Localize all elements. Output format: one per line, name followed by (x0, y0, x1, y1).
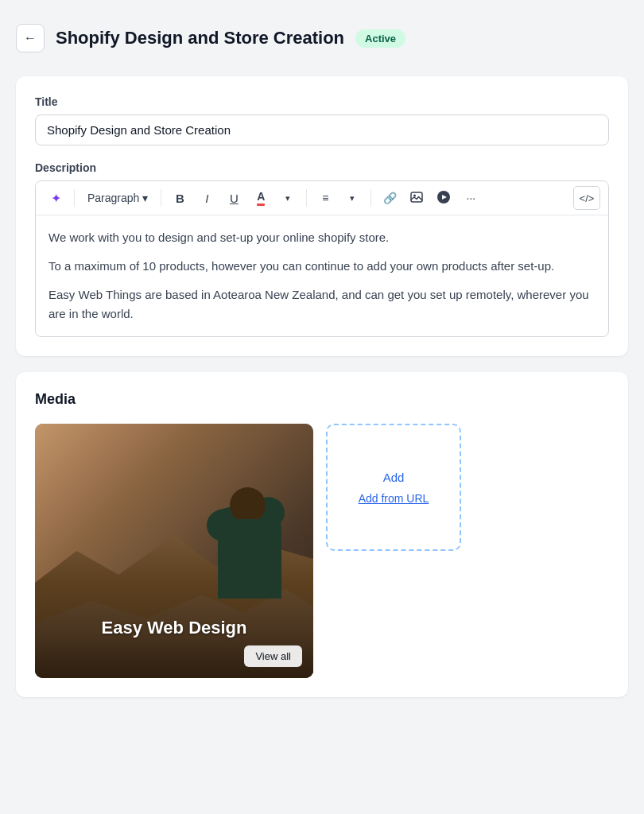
text-color-icon: A (257, 190, 265, 206)
media-card: Media Easy Web Design View all Add Add f… (16, 372, 628, 697)
link-button[interactable]: 🔗 (378, 186, 402, 210)
image-text-overlay: Easy Web Design (35, 618, 313, 638)
more-options-icon: ··· (467, 192, 476, 204)
video-button[interactable] (432, 186, 456, 210)
text-color-dropdown-icon: ▾ (285, 193, 290, 204)
align-dropdown-icon: ▾ (350, 193, 355, 204)
toolbar-divider-3 (306, 189, 307, 207)
media-image[interactable]: Easy Web Design View all (35, 424, 313, 678)
status-badge: Active (355, 29, 405, 48)
svg-rect-0 (411, 192, 422, 202)
italic-button[interactable]: I (195, 186, 219, 210)
bold-button[interactable]: B (168, 186, 192, 210)
description-editor: ✦ Paragraph ▾ B I U A ▾ ≡ (35, 180, 609, 337)
play-icon (436, 190, 451, 207)
code-view-button[interactable]: </> (573, 186, 600, 210)
text-color-button[interactable]: A (249, 186, 273, 210)
svg-point-1 (413, 194, 416, 196)
title-input[interactable] (35, 114, 609, 145)
align-button[interactable]: ≡ (313, 186, 337, 210)
underline-button[interactable]: U (222, 186, 246, 210)
description-paragraph-2: To a maximum of 10 products, however you… (48, 257, 596, 276)
toolbar-divider-4 (370, 189, 371, 207)
paragraph-label: Paragraph (87, 192, 139, 204)
image-icon (410, 191, 423, 206)
page-title: Shopify Design and Store Creation (56, 28, 344, 48)
code-icon: </> (580, 192, 595, 204)
media-grid: Easy Web Design View all Add Add from UR… (35, 424, 609, 678)
media-add-link[interactable]: Add (383, 471, 405, 484)
align-icon: ≡ (322, 192, 328, 204)
editor-content[interactable]: We work with you to design and set-up yo… (36, 215, 608, 336)
toolbar-divider-2 (161, 189, 161, 207)
back-button[interactable]: ← (16, 24, 45, 52)
link-icon: 🔗 (383, 192, 397, 204)
page-header: ← Shopify Design and Store Creation Acti… (16, 16, 628, 60)
title-label: Title (35, 95, 609, 108)
more-options-button[interactable]: ··· (459, 186, 483, 210)
person-body (218, 519, 281, 599)
media-section-title: Media (35, 391, 609, 408)
toolbar-divider-1 (74, 189, 75, 207)
person-head (230, 487, 266, 523)
media-upload-box[interactable]: Add Add from URL (326, 424, 461, 551)
media-add-url-link[interactable]: Add from URL (359, 492, 429, 505)
description-label: Description (35, 161, 609, 174)
image-button[interactable] (405, 186, 429, 210)
magic-icon-button[interactable]: ✦ (44, 186, 68, 210)
view-all-button[interactable]: View all (244, 645, 302, 667)
paragraph-style-button[interactable]: Paragraph ▾ (81, 188, 154, 207)
editor-toolbar: ✦ Paragraph ▾ B I U A ▾ ≡ (36, 181, 608, 215)
title-description-card: Title Description ✦ Paragraph ▾ B I U A (16, 76, 628, 356)
back-arrow-icon: ← (24, 31, 37, 45)
description-paragraph-3: Easy Web Things are based in Aotearoa Ne… (48, 285, 596, 324)
align-dropdown-button[interactable]: ▾ (340, 186, 364, 210)
text-color-dropdown-button[interactable]: ▾ (276, 186, 300, 210)
description-paragraph-1: We work with you to design and set-up yo… (48, 228, 596, 247)
paragraph-dropdown-icon: ▾ (142, 192, 148, 204)
person-silhouette (194, 487, 289, 630)
magic-icon: ✦ (51, 191, 61, 206)
image-overlay-text: Easy Web Design (102, 618, 247, 638)
